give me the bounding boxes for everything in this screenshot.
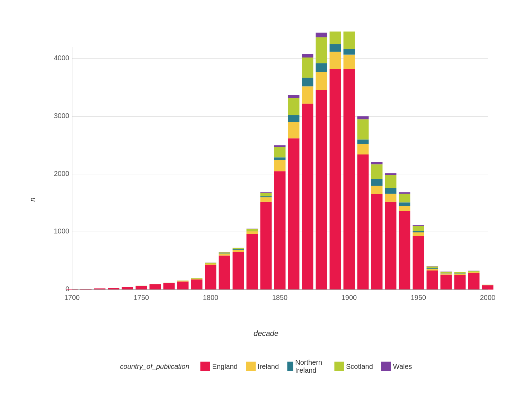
legend-title: country_of_publication xyxy=(120,363,189,371)
svg-rect-85 xyxy=(344,69,355,290)
svg-rect-76 xyxy=(316,72,327,90)
svg-rect-41 xyxy=(219,254,230,256)
svg-rect-73 xyxy=(302,57,313,78)
svg-rect-66 xyxy=(288,122,300,139)
legend-label-wales: Wales xyxy=(393,363,412,371)
svg-rect-42 xyxy=(219,254,230,254)
svg-rect-134 xyxy=(468,271,480,271)
svg-rect-33 xyxy=(191,280,203,290)
legend-swatch-england xyxy=(201,362,210,371)
svg-rect-51 xyxy=(247,231,258,234)
svg-rect-71 xyxy=(302,86,313,104)
legend-swatch-ireland xyxy=(246,362,256,371)
svg-rect-132 xyxy=(468,272,480,272)
svg-text:1750: 1750 xyxy=(134,294,149,301)
svg-rect-131 xyxy=(468,272,480,273)
svg-rect-61 xyxy=(274,160,286,171)
legend-label-northern-ireland: Northern Ireland xyxy=(295,358,326,374)
svg-rect-59 xyxy=(260,192,272,193)
svg-rect-49 xyxy=(233,248,244,248)
svg-rect-80 xyxy=(330,69,341,290)
svg-rect-28 xyxy=(163,283,175,283)
svg-rect-21 xyxy=(122,287,133,290)
svg-rect-38 xyxy=(205,263,216,264)
legend-label-ireland: Ireland xyxy=(258,363,279,371)
svg-rect-31 xyxy=(177,281,189,281)
svg-rect-120 xyxy=(441,275,452,290)
svg-text:1700: 1700 xyxy=(64,294,80,301)
legend-swatch-wales xyxy=(381,362,391,371)
svg-rect-63 xyxy=(274,147,286,157)
svg-rect-30 xyxy=(177,282,189,290)
svg-text:4000: 4000 xyxy=(54,54,70,62)
svg-rect-94 xyxy=(357,116,369,119)
svg-rect-130 xyxy=(468,273,480,290)
svg-rect-99 xyxy=(371,162,383,165)
svg-rect-122 xyxy=(441,273,452,273)
svg-rect-93 xyxy=(357,119,369,139)
svg-text:3000: 3000 xyxy=(54,112,70,119)
svg-text:0: 0 xyxy=(65,285,69,293)
svg-rect-57 xyxy=(260,196,272,197)
legend-item-scotland: Scotland xyxy=(334,362,373,371)
svg-rect-111 xyxy=(413,232,424,236)
svg-rect-136 xyxy=(482,285,494,285)
legend-label-scotland: Scotland xyxy=(346,363,373,371)
svg-rect-114 xyxy=(413,225,424,226)
svg-rect-48 xyxy=(233,248,244,249)
svg-rect-20 xyxy=(108,288,119,290)
svg-rect-78 xyxy=(316,37,327,63)
svg-text:1950: 1950 xyxy=(411,294,426,301)
svg-rect-81 xyxy=(330,52,341,69)
legend-item-england: England xyxy=(201,362,238,371)
svg-rect-87 xyxy=(344,49,355,55)
svg-rect-55 xyxy=(260,202,272,290)
legend-swatch-scotland xyxy=(334,362,344,371)
svg-rect-36 xyxy=(205,265,216,290)
svg-rect-22 xyxy=(136,286,147,290)
svg-rect-44 xyxy=(219,252,230,252)
svg-rect-70 xyxy=(302,104,313,290)
svg-text:2000: 2000 xyxy=(54,170,70,177)
legend-item-northern-ireland: Northern Ireland xyxy=(287,358,326,374)
chart-svg: 0100020003000400017001750180018501900195… xyxy=(51,32,495,319)
svg-rect-29 xyxy=(163,283,175,283)
svg-rect-104 xyxy=(385,173,397,175)
svg-rect-108 xyxy=(399,194,410,202)
svg-rect-127 xyxy=(454,273,466,274)
svg-text:1800: 1800 xyxy=(203,294,219,301)
svg-rect-62 xyxy=(274,157,286,160)
svg-rect-110 xyxy=(413,236,424,290)
svg-rect-92 xyxy=(357,140,369,144)
svg-rect-65 xyxy=(288,138,300,290)
svg-rect-125 xyxy=(454,275,466,290)
x-axis-label: decade xyxy=(254,329,278,338)
svg-rect-56 xyxy=(260,197,272,202)
svg-rect-46 xyxy=(233,250,244,252)
svg-rect-68 xyxy=(288,98,300,115)
chart-area: 0100020003000400017001750180018501900195… xyxy=(51,32,495,319)
svg-rect-82 xyxy=(330,44,341,52)
svg-rect-37 xyxy=(205,264,216,265)
svg-rect-112 xyxy=(413,231,424,232)
svg-rect-137 xyxy=(482,285,494,285)
svg-rect-54 xyxy=(247,229,258,229)
svg-rect-135 xyxy=(482,285,494,290)
svg-rect-35 xyxy=(191,278,203,279)
svg-rect-40 xyxy=(219,256,230,290)
svg-rect-27 xyxy=(163,283,175,290)
y-axis-label: n xyxy=(28,197,37,202)
svg-rect-75 xyxy=(316,90,327,290)
svg-rect-90 xyxy=(357,154,369,290)
svg-rect-47 xyxy=(233,249,244,250)
svg-rect-103 xyxy=(385,175,397,188)
legend-item-ireland: Ireland xyxy=(246,362,279,371)
svg-text:2000: 2000 xyxy=(480,294,495,301)
chart-container: 0100020003000400017001750180018501900195… xyxy=(24,18,508,381)
svg-rect-113 xyxy=(413,226,424,231)
svg-rect-95 xyxy=(371,194,383,290)
svg-rect-69 xyxy=(288,95,300,98)
legend-swatch-northern-ireland xyxy=(287,362,293,371)
svg-text:1900: 1900 xyxy=(342,294,357,301)
svg-rect-123 xyxy=(441,272,452,273)
